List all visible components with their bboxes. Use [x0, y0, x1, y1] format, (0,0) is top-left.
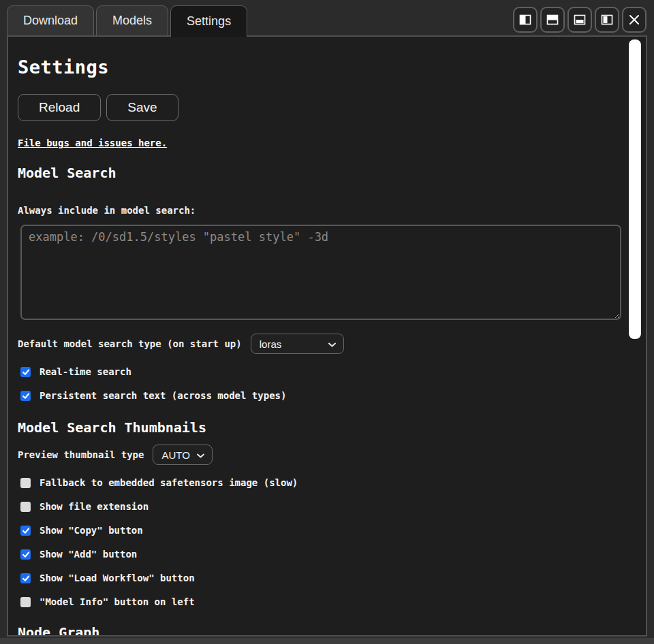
default-type-select[interactable]: loras — [251, 334, 344, 354]
dock-left-icon — [519, 14, 531, 25]
actions-row: Reload Save — [18, 94, 619, 121]
horizontal-scrollbar-track[interactable] — [0, 638, 654, 644]
tab-models[interactable]: Models — [96, 5, 168, 35]
fallback-safetensors-checkbox[interactable] — [20, 478, 31, 488]
show-add-button-row[interactable]: Show "Add" button — [20, 549, 619, 560]
window-controls — [513, 7, 647, 33]
preview-type-label: Preview thumbnail type — [18, 449, 144, 460]
checkbox-label: Fallback to embedded safetensors image (… — [40, 477, 298, 488]
checkbox-label: Persistent search text (across model typ… — [40, 390, 286, 401]
dock-right-icon — [601, 14, 613, 25]
checkbox-label: Show "Add" button — [40, 549, 137, 560]
reload-button[interactable]: Reload — [18, 94, 101, 121]
show-copy-button-row[interactable]: Show "Copy" button — [20, 525, 619, 536]
show-load-workflow-row[interactable]: Show "Load Workflow" button — [20, 573, 619, 583]
dock-top-icon — [546, 14, 559, 25]
close-icon — [628, 14, 640, 26]
dock-top-button[interactable] — [540, 7, 565, 33]
show-file-extension-row[interactable]: Show file extension — [20, 501, 619, 512]
show-add-button-checkbox[interactable] — [20, 549, 31, 560]
show-file-extension-checkbox[interactable] — [20, 502, 31, 512]
vertical-scrollbar[interactable] — [631, 37, 646, 635]
dock-bottom-button[interactable] — [567, 7, 592, 33]
preview-type-value: AUTO — [161, 449, 189, 461]
thumbnails-heading: Model Search Thumbnails — [18, 419, 619, 436]
dock-left-button[interactable] — [513, 7, 538, 33]
checkbox-label: Real-time search — [40, 366, 131, 377]
persistent-search-checkbox[interactable] — [20, 391, 31, 401]
preview-type-row: Preview thumbnail type AUTO — [18, 445, 619, 465]
close-button[interactable] — [622, 7, 647, 33]
model-info-left-checkbox[interactable] — [20, 597, 31, 607]
default-type-value: loras — [260, 338, 282, 350]
always-include-textarea[interactable] — [20, 225, 621, 320]
tab-settings[interactable]: Settings — [170, 5, 247, 37]
scrollbar-thumb[interactable] — [629, 39, 641, 339]
model-info-left-row[interactable]: "Model Info" button on left — [20, 596, 619, 607]
checkbox-label: Show file extension — [40, 501, 149, 512]
page-title: Settings — [18, 56, 619, 79]
dock-right-button[interactable] — [595, 7, 619, 33]
show-copy-button-checkbox[interactable] — [20, 526, 31, 536]
always-include-label: Always include in model search: — [18, 205, 619, 216]
file-bugs-link[interactable]: File bugs and issues here. — [18, 138, 167, 148]
realtime-search-checkbox[interactable] — [20, 367, 31, 377]
show-load-workflow-checkbox[interactable] — [20, 573, 31, 583]
model-search-heading: Model Search — [18, 164, 619, 182]
fallback-safetensors-row[interactable]: Fallback to embedded safetensors image (… — [20, 477, 619, 488]
realtime-search-row[interactable]: Real-time search — [20, 366, 619, 377]
tab-download[interactable]: Download — [7, 5, 94, 35]
dock-bottom-icon — [574, 14, 586, 25]
default-type-label: Default model search type (on start up) — [18, 338, 242, 349]
settings-content: Settings Reload Save File bugs and issue… — [8, 37, 646, 635]
checkbox-label: Show "Copy" button — [40, 525, 143, 536]
preview-type-select[interactable]: AUTO — [153, 445, 212, 465]
checkbox-label: Show "Load Workflow" button — [40, 573, 195, 583]
save-button[interactable]: Save — [106, 94, 178, 121]
persistent-search-row[interactable]: Persistent search text (across model typ… — [20, 390, 619, 401]
node-graph-heading: Node Graph — [18, 624, 619, 635]
default-type-row: Default model search type (on start up) … — [18, 334, 619, 354]
settings-panel: Settings Reload Save File bugs and issue… — [7, 35, 647, 637]
chevron-down-icon — [328, 338, 337, 350]
chevron-down-icon — [196, 449, 205, 461]
checkbox-label: "Model Info" button on left — [40, 596, 195, 607]
